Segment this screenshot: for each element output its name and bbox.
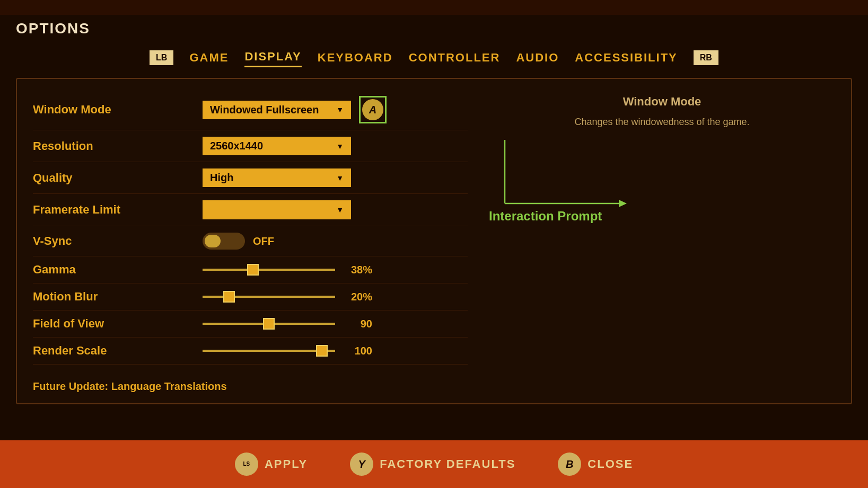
field-of-view-control: 90 — [203, 318, 468, 330]
render-scale-label: Render Scale — [33, 344, 203, 358]
a-button-wrapper: A — [359, 96, 387, 123]
setting-row-vsync: V-Sync OFF — [33, 226, 468, 256]
motion-blur-value: 20% — [343, 291, 372, 303]
info-description: Changes the windowedness of the game. — [489, 115, 835, 129]
gamma-slider-fill — [203, 269, 253, 271]
render-scale-slider-container: 100 — [203, 345, 468, 357]
interaction-prompt-label: Interaction Prompt — [489, 209, 602, 224]
motion-blur-slider-container: 20% — [203, 291, 468, 303]
motion-blur-control: 20% — [203, 291, 468, 303]
window-mode-label: Window Mode — [33, 103, 203, 117]
quality-arrow: ▼ — [336, 174, 344, 182]
top-bar — [0, 0, 868, 15]
field-of-view-slider-fill — [203, 323, 269, 325]
b-button-icon: B — [558, 452, 581, 476]
gamma-label: Gamma — [33, 263, 203, 277]
motion-blur-slider-thumb[interactable] — [223, 291, 235, 303]
vsync-value: OFF — [253, 235, 274, 247]
nav-item-accessibility[interactable]: ACCESSIBILITY — [575, 49, 677, 67]
quality-value: High — [210, 172, 331, 184]
window-mode-value: Windowed Fullscreen — [210, 104, 331, 116]
gamma-slider-container: 38% — [203, 264, 468, 276]
resolution-arrow: ▼ — [336, 142, 344, 150]
quality-control: High ▼ — [203, 168, 468, 187]
setting-row-window-mode: Window Mode Windowed Fullscreen ▼ A — [33, 90, 468, 130]
ls-icon: LS — [235, 452, 258, 476]
setting-row-field-of-view: Field of View 90 — [33, 310, 468, 338]
gamma-value: 38% — [343, 264, 372, 276]
vsync-label: V-Sync — [33, 234, 203, 248]
left-bumper[interactable]: LB — [150, 50, 173, 65]
window-mode-arrow: ▼ — [336, 105, 344, 114]
gamma-slider-track[interactable] — [203, 269, 335, 271]
nav-bar: LB GAME DISPLAY KEYBOARD CONTROLLER AUDI… — [16, 42, 852, 73]
field-of-view-value: 90 — [343, 318, 372, 330]
setting-row-resolution: Resolution 2560x1440 ▼ — [33, 130, 468, 162]
info-panel: Window Mode Changes the windowedness of … — [489, 90, 835, 393]
field-of-view-label: Field of View — [33, 317, 203, 331]
factory-defaults-label: FACTORY DEFAULTS — [380, 457, 515, 471]
nav-item-audio[interactable]: AUDIO — [516, 49, 559, 67]
setting-row-motion-blur: Motion Blur 20% — [33, 283, 468, 310]
resolution-dropdown[interactable]: 2560x1440 ▼ — [203, 137, 351, 155]
bottom-bar: LS APPLY Y FACTORY DEFAULTS B CLOSE — [0, 440, 868, 488]
header: OPTIONS LB GAME DISPLAY KEYBOARD CONTROL… — [0, 15, 868, 73]
window-mode-control: Windowed Fullscreen ▼ A — [203, 96, 468, 123]
page-title: OPTIONS — [16, 20, 852, 37]
framerate-limit-dropdown[interactable]: ▼ — [203, 200, 351, 219]
close-label: CLOSE — [588, 457, 633, 471]
render-scale-value: 100 — [343, 345, 372, 357]
field-of-view-slider-thumb[interactable] — [263, 318, 275, 330]
nav-item-game[interactable]: GAME — [189, 49, 229, 67]
nav-item-controller[interactable]: CONTROLLER — [409, 49, 501, 67]
main-content: Window Mode Windowed Fullscreen ▼ A Reso… — [16, 78, 852, 404]
framerate-limit-label: Framerate Limit — [33, 203, 203, 217]
nav-item-keyboard[interactable]: KEYBOARD — [318, 49, 393, 67]
setting-row-quality: Quality High ▼ — [33, 162, 468, 194]
window-mode-dropdown[interactable]: Windowed Fullscreen ▼ — [203, 101, 351, 119]
a-button[interactable]: A — [362, 99, 383, 120]
setting-row-framerate-limit: Framerate Limit ▼ — [33, 194, 468, 226]
quality-dropdown[interactable]: High ▼ — [203, 168, 351, 187]
motion-blur-label: Motion Blur — [33, 290, 203, 304]
quality-label: Quality — [33, 171, 203, 185]
resolution-control: 2560x1440 ▼ — [203, 137, 468, 155]
vsync-toggle[interactable] — [203, 233, 245, 250]
close-action[interactable]: B CLOSE — [558, 452, 633, 476]
resolution-label: Resolution — [33, 139, 203, 153]
field-of-view-slider-container: 90 — [203, 318, 468, 330]
info-title: Window Mode — [489, 95, 835, 109]
render-scale-control: 100 — [203, 345, 468, 357]
field-of-view-slider-track[interactable] — [203, 323, 335, 325]
render-scale-slider-track[interactable] — [203, 350, 335, 352]
y-button-icon: Y — [350, 452, 373, 476]
annotation-arrow-svg — [489, 135, 674, 256]
svg-marker-2 — [619, 200, 627, 207]
apply-label: APPLY — [265, 457, 308, 471]
vsync-control: OFF — [203, 233, 468, 250]
future-update-text: Future Update: Language Translations — [33, 375, 468, 393]
render-scale-slider-fill — [203, 350, 322, 352]
framerate-limit-control: ▼ — [203, 200, 468, 219]
nav-item-display[interactable]: DISPLAY — [244, 48, 301, 67]
setting-row-render-scale: Render Scale 100 — [33, 338, 468, 365]
apply-action[interactable]: LS APPLY — [235, 452, 308, 476]
vsync-toggle-container: OFF — [203, 233, 274, 250]
framerate-limit-arrow: ▼ — [336, 206, 344, 214]
resolution-value: 2560x1440 — [210, 140, 331, 152]
gamma-control: 38% — [203, 264, 468, 276]
factory-defaults-action[interactable]: Y FACTORY DEFAULTS — [350, 452, 515, 476]
render-scale-slider-thumb[interactable] — [316, 345, 328, 357]
settings-panel: Window Mode Windowed Fullscreen ▼ A Reso… — [33, 90, 468, 393]
right-bumper[interactable]: RB — [694, 50, 718, 65]
vsync-toggle-knob — [205, 235, 221, 247]
motion-blur-slider-track[interactable] — [203, 296, 335, 298]
setting-row-gamma: Gamma 38% — [33, 256, 468, 283]
gamma-slider-thumb[interactable] — [247, 264, 259, 276]
